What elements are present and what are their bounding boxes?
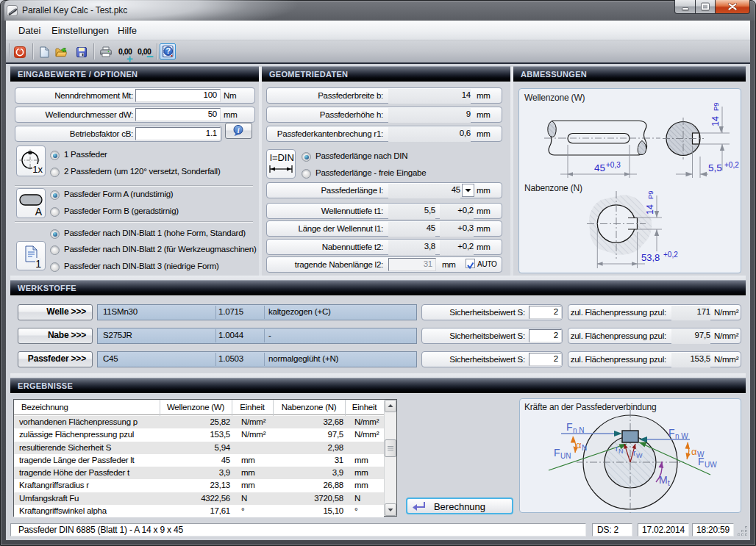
svg-text:F: F [554, 447, 560, 459]
svg-text:+0,3: +0,3 [606, 161, 621, 169]
svg-text:i: i [238, 126, 240, 134]
svg-text:F: F [668, 427, 675, 439]
svg-text:45: 45 [594, 162, 605, 173]
svg-text:+0,2: +0,2 [724, 161, 739, 169]
svg-text:Nabenzone (N): Nabenzone (N) [524, 183, 582, 193]
svg-text:14: 14 [645, 204, 655, 215]
svg-text:53,8: 53,8 [641, 252, 660, 263]
svg-text:W: W [697, 450, 705, 459]
svg-text:n W: n W [675, 432, 688, 440]
svg-text:P9: P9 [712, 102, 720, 111]
svg-text:+0,2: +0,2 [663, 251, 678, 259]
svg-text:W: W [636, 452, 643, 459]
svg-text:M: M [659, 474, 668, 486]
svg-text:N: N [582, 444, 587, 452]
svg-text:14: 14 [710, 116, 721, 126]
svg-text:n N: n N [573, 426, 585, 434]
svg-text:5,5: 5,5 [708, 162, 722, 173]
svg-text:Wellenzone (W): Wellenzone (W) [524, 93, 585, 103]
svg-text:P9: P9 [646, 190, 655, 199]
svg-text:t: t [668, 479, 670, 487]
svg-text:N: N [618, 448, 624, 455]
svg-text:?: ? [165, 46, 170, 55]
svg-text:UN: UN [560, 452, 571, 460]
svg-text:F: F [566, 421, 573, 433]
svg-text:UW: UW [705, 461, 717, 469]
svg-text:α: α [691, 446, 697, 457]
svg-text:α: α [576, 439, 582, 450]
svg-text:Kräfte an der Passfederverbind: Kräfte an der Passfederverbindung [524, 402, 657, 412]
